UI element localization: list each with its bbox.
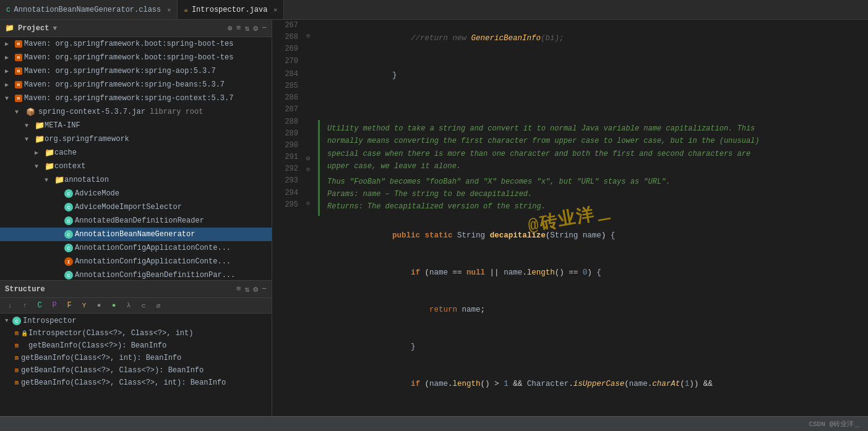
tree-maven-1[interactable]: ▶ m Maven: org.springframework.boot:spri… [0, 37, 272, 51]
struct-item-method3[interactable]: m getBeanInfo(Class<?>, Class<?>): BeanI… [0, 364, 272, 377]
tree-cache[interactable]: ▶ 📁 cache [0, 146, 272, 160]
tree-annotated-bean-def-reader[interactable]: C AnnotatedBeanDefinitionReader [0, 214, 272, 228]
tree-context[interactable]: ▼ 📁 context [0, 160, 272, 173]
code-line-287: } [318, 328, 863, 365]
linenum-284: 284 [277, 69, 298, 80]
struct-filter-f[interactable]: F [63, 300, 75, 311]
code-lines-container[interactable]: //return new GenericBeanInfo(bi); } Util… [313, 20, 868, 416]
struct-filter-lambda[interactable]: λ [122, 300, 135, 311]
arrow-annotation: ▼ [45, 177, 54, 184]
code-line-284: public static String decapitalize(String… [318, 217, 863, 254]
project-icon-gear[interactable]: ⊕ [228, 23, 233, 33]
structure-panel-header: Structure ≡ ⇅ ⚙ − [0, 281, 272, 298]
class-icon-annotation-gen: C [64, 230, 73, 239]
fold-268[interactable]: ⊖ [303, 32, 313, 41]
struct-filter-green-circle[interactable]: ● [108, 300, 120, 311]
gutter-jd2 [303, 78, 313, 90]
tree-advicemode[interactable]: C AdviceMode [0, 187, 272, 200]
label-context: context [54, 162, 85, 171]
structure-toolbar: ↓ ↑ C P F Y ● ● λ ⊂ ∅ [0, 298, 272, 314]
gutter-jd7 [303, 141, 313, 153]
tree-meta-inf[interactable]: ▼ 📁 META-INF [0, 119, 272, 132]
label-jar: spring-context-5.3.7.jar [38, 108, 145, 116]
linenum-269: 269 [277, 43, 298, 55]
structure-icon-align[interactable]: ≡ [236, 284, 241, 294]
structure-icon-sort[interactable]: ⇅ [245, 284, 250, 294]
tree-annotation[interactable]: ▼ 📁 annotation [0, 173, 272, 187]
tree-jar[interactable]: ▼ 📦 spring-context-5.3.7.jar library roo… [0, 105, 272, 119]
project-icon-align[interactable]: ≡ [236, 23, 241, 33]
struct-filter-visibility[interactable]: Y [78, 300, 90, 311]
code-line-269 [318, 94, 863, 106]
label-annotation-conf1: AnnotationConfigApplicationConte... [75, 244, 231, 252]
label-annotation: annotation [64, 176, 109, 184]
arrow-5: ▼ [5, 95, 15, 102]
class-icon: C [6, 6, 11, 14]
struct-class-introspector[interactable]: ▼ C Introspector [0, 315, 272, 327]
tree-maven-2[interactable]: ▶ m Maven: org.springframework.boot:spri… [0, 51, 272, 64]
tree-maven-3[interactable]: ▶ m Maven: org.springframework:spring-ao… [0, 64, 272, 78]
struct-filter-p[interactable]: P [48, 300, 61, 311]
struct-filter-az-down[interactable]: ↓ [4, 300, 16, 311]
linenum-290: 290 [277, 140, 298, 151]
javadoc-line6: Params: name – The string to be decapita… [327, 188, 856, 200]
maven-icon-3: m [15, 67, 22, 75]
linenum-292: 292 [277, 163, 298, 175]
tab-introspector[interactable]: ☕ Introspector.java ✕ [178, 0, 284, 19]
tab-close-2[interactable]: ✕ [273, 6, 277, 14]
tree-annotation-config-1[interactable]: C AnnotationConfigApplicationConte... [0, 241, 272, 255]
linenum-291: 291 [277, 151, 298, 163]
tab-close-1[interactable]: ✕ [167, 6, 171, 14]
code-line-268: } [318, 57, 863, 94]
gutter-287 [303, 187, 313, 199]
project-icon-sort[interactable]: ⇅ [245, 23, 250, 33]
code-scroll[interactable]: @砖业洋＿ 267 268 269 270 284 [272, 20, 868, 416]
struct-label-constructor: Introspector(Class<?>, Class<?>, int) [28, 329, 193, 338]
struct-filter-inherited[interactable]: ⊂ [137, 300, 150, 311]
fold-285[interactable]: ⊖ [303, 165, 313, 175]
project-icon-settings[interactable]: ⚙ [253, 23, 258, 33]
tree-maven-5[interactable]: ▼ m Maven: org.springframework:spring-co… [0, 92, 272, 105]
maven-icon-5: m [15, 95, 22, 102]
struct-item-constructor[interactable]: m 🔒 Introspector(Class<?>, Class<?>, int… [0, 327, 272, 339]
class-icon-annotation-conf2: I [64, 257, 73, 266]
tree-advicemode-import[interactable]: C AdviceModeImportSelector [0, 200, 272, 214]
structure-icon-gear[interactable]: ⚙ [253, 284, 258, 294]
tree-annotation-config-bean[interactable]: C AnnotationConfigBeanDefinitionPar... [0, 268, 272, 280]
class-icon-advicemode: C [64, 189, 73, 198]
folder-orgspring: 📁 [35, 134, 45, 144]
struct-item-method4[interactable]: m getBeanInfo(Class<?>, Class<?>, int): … [0, 377, 272, 389]
class-icon-advicemode-import: C [64, 203, 73, 211]
struct-item-method1[interactable]: m getBeanInfo(Class<?>): BeanInfo [0, 339, 272, 352]
struct-filter-za-up[interactable]: ↑ [19, 300, 31, 311]
label-maven-3: Maven: org.springframework:spring-aop:5.… [24, 67, 216, 75]
code-line-285: if (name == null || name.length() == 0) … [318, 254, 863, 291]
fold-288[interactable]: ⊖ [303, 199, 313, 209]
tree-annotation-config-2[interactable]: I AnnotationConfigApplicationConte... [0, 255, 272, 268]
gutter-292 [303, 244, 313, 256]
gutter-jd1 [303, 66, 313, 78]
tree-annotation-bean-name-gen[interactable]: C AnnotationBeanNameGenerator [0, 228, 272, 241]
tree-maven-4[interactable]: ▶ m Maven: org.springframework:spring-be… [0, 78, 272, 92]
linenum-267: 267 [277, 20, 298, 32]
javadoc-block: Utility method to take a string and conv… [318, 120, 863, 216]
bottom-bar: CSDN @砖业洋＿ [0, 416, 868, 431]
line-numbers: 267 268 269 270 284 285 286 287 [272, 20, 303, 416]
linenum-286: 286 [277, 92, 298, 104]
javadoc-line5: Thus "FooBah" becomes "fooBah" and "X" b… [327, 176, 856, 188]
struct-filter-circle[interactable]: ● [93, 300, 105, 311]
tab-annotation-class[interactable]: C AnnotationBeanNameGenerator.class ✕ [0, 0, 178, 19]
jar-icon: 📦 [25, 106, 36, 117]
struct-filter-anon[interactable]: ∅ [152, 300, 165, 311]
project-icon-minimize[interactable]: − [262, 23, 267, 33]
label-annotated-bean-def: AnnotatedBeanDefinitionReader [75, 216, 204, 225]
java-icon: ☕ [184, 6, 188, 14]
tree-orgspring[interactable]: ▼ 📁 org.springframework [0, 132, 272, 146]
struct-filter-c[interactable]: C [33, 300, 46, 311]
label-annotation-gen: AnnotationBeanNameGenerator [75, 230, 195, 239]
arrow-cache: ▶ [35, 149, 45, 156]
struct-item-method2[interactable]: m getBeanInfo(Class<?>, int): BeanInfo [0, 352, 272, 364]
code-gutter: ⊖ ⊖ ⊖ ⊖ [303, 20, 313, 416]
structure-icon-minimize[interactable]: − [262, 284, 267, 294]
linenum-287: 287 [277, 104, 298, 116]
